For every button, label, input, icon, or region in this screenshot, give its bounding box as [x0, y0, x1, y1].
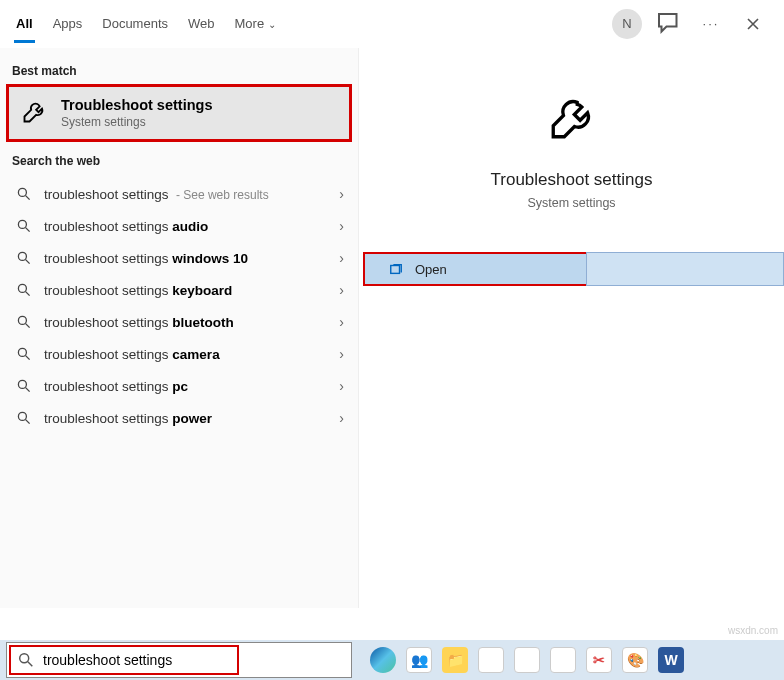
search-web-label: Search the web — [0, 148, 358, 174]
best-match-label: Best match — [0, 58, 358, 84]
search-input[interactable] — [43, 652, 341, 668]
web-result-text: troubleshoot settings camera — [44, 347, 327, 362]
taskbar-app-word[interactable]: W — [658, 647, 684, 673]
svg-point-2 — [18, 252, 26, 260]
web-result-item[interactable]: troubleshoot settings keyboard › — [0, 274, 356, 306]
action-row: Open — [359, 252, 784, 286]
chevron-right-icon: › — [339, 410, 344, 426]
web-result-item[interactable]: troubleshoot settings bluetooth › — [0, 306, 356, 338]
search-icon — [16, 410, 32, 426]
user-avatar[interactable]: N — [612, 9, 642, 39]
web-results-list: troubleshoot settings - See web results … — [0, 174, 358, 434]
top-header: All Apps Documents Web More ⌄ N ··· — [0, 0, 784, 48]
taskbar-app-chrome2[interactable]: ◉ — [550, 647, 576, 673]
tab-apps[interactable]: Apps — [53, 2, 83, 45]
svg-point-3 — [18, 284, 26, 292]
taskbar-app-edge[interactable] — [370, 647, 396, 673]
open-button[interactable]: Open — [363, 252, 586, 286]
open-icon — [389, 262, 403, 276]
search-icon — [17, 651, 35, 669]
wrench-icon — [21, 97, 49, 129]
taskbar-app-chrome[interactable]: ◉ — [478, 647, 504, 673]
chevron-right-icon: › — [339, 218, 344, 234]
web-result-text: troubleshoot settings bluetooth — [44, 315, 327, 330]
tab-web[interactable]: Web — [188, 2, 215, 45]
tab-documents[interactable]: Documents — [102, 2, 168, 45]
tab-all[interactable]: All — [16, 2, 33, 45]
chevron-down-icon: ⌄ — [268, 19, 276, 30]
svg-point-4 — [18, 316, 26, 324]
chevron-right-icon: › — [339, 378, 344, 394]
taskbar-app-paint[interactable]: 🎨 — [622, 647, 648, 673]
best-match-title: Troubleshoot settings — [61, 97, 212, 113]
svg-point-1 — [18, 220, 26, 228]
wrench-icon — [359, 88, 784, 152]
search-icon — [16, 282, 32, 298]
svg-point-7 — [18, 412, 26, 420]
svg-point-0 — [18, 188, 26, 196]
search-icon — [16, 314, 32, 330]
search-icon — [16, 186, 32, 202]
results-panel: Best match Troubleshoot settings System … — [0, 48, 358, 608]
preview-content: Troubleshoot settings System settings — [359, 48, 784, 210]
web-result-text: troubleshoot settings keyboard — [44, 283, 327, 298]
open-label: Open — [415, 262, 447, 277]
chevron-right-icon: › — [339, 186, 344, 202]
web-result-text: troubleshoot settings pc — [44, 379, 327, 394]
preview-subtitle: System settings — [359, 196, 784, 210]
taskbar-app-files[interactable]: 📁 — [442, 647, 468, 673]
chevron-right-icon: › — [339, 250, 344, 266]
web-result-item[interactable]: troubleshoot settings power › — [0, 402, 356, 434]
feedback-icon[interactable] — [654, 9, 684, 39]
taskbar-app-snip[interactable]: ✂ — [586, 647, 612, 673]
web-result-item[interactable]: troubleshoot settings pc › — [0, 370, 356, 402]
preview-title: Troubleshoot settings — [359, 170, 784, 190]
main-content: Best match Troubleshoot settings System … — [0, 48, 784, 608]
chevron-right-icon: › — [339, 346, 344, 362]
svg-point-9 — [20, 654, 29, 663]
svg-rect-8 — [391, 266, 400, 274]
search-icon — [16, 250, 32, 266]
taskbar-app-slack[interactable]: # — [514, 647, 540, 673]
web-result-item[interactable]: troubleshoot settings audio › — [0, 210, 356, 242]
taskbar-apps: 👥📁◉#◉✂🎨W — [370, 647, 684, 673]
close-icon[interactable] — [738, 9, 768, 39]
taskbar-app-teams[interactable]: 👥 — [406, 647, 432, 673]
tab-more[interactable]: More ⌄ — [235, 2, 276, 45]
svg-point-5 — [18, 348, 26, 356]
watermark: wsxdn.com — [728, 625, 778, 636]
best-match-subtitle: System settings — [61, 115, 212, 129]
header-actions: N ··· — [612, 9, 768, 39]
search-icon — [16, 346, 32, 362]
web-result-item[interactable]: troubleshoot settings - See web results … — [0, 178, 356, 210]
filter-tabs: All Apps Documents Web More ⌄ — [16, 2, 612, 45]
svg-point-6 — [18, 380, 26, 388]
chevron-right-icon: › — [339, 282, 344, 298]
web-result-text: troubleshoot settings windows 10 — [44, 251, 327, 266]
taskbar: 👥📁◉#◉✂🎨W — [0, 640, 784, 680]
web-result-text: troubleshoot settings - See web results — [44, 187, 327, 202]
action-filler[interactable] — [586, 252, 785, 286]
best-match-text: Troubleshoot settings System settings — [61, 97, 212, 129]
preview-panel: Troubleshoot settings System settings Op… — [358, 48, 784, 608]
more-icon[interactable]: ··· — [696, 9, 726, 39]
chevron-right-icon: › — [339, 314, 344, 330]
web-result-text: troubleshoot settings audio — [44, 219, 327, 234]
best-match-item[interactable]: Troubleshoot settings System settings — [6, 84, 352, 142]
search-icon — [16, 218, 32, 234]
search-icon — [16, 378, 32, 394]
web-result-item[interactable]: troubleshoot settings windows 10 › — [0, 242, 356, 274]
web-result-item[interactable]: troubleshoot settings camera › — [0, 338, 356, 370]
search-box[interactable] — [6, 642, 352, 678]
web-result-text: troubleshoot settings power — [44, 411, 327, 426]
